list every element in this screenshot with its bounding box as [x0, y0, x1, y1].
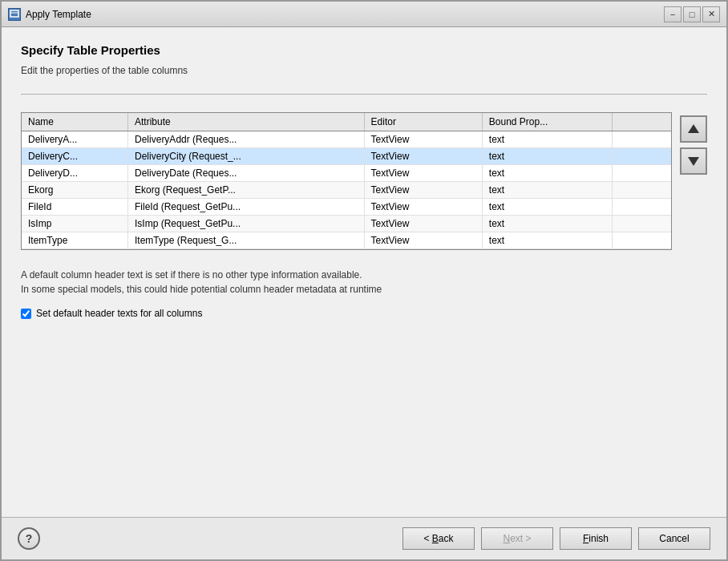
table-row[interactable]: DeliveryC... DeliveryCity (Request_... T… [22, 148, 671, 165]
cell-attribute: ItemType (Request_G... [128, 232, 365, 249]
svg-marker-2 [688, 124, 699, 133]
table-row[interactable]: DeliveryD... DeliveryDate (Reques... Tex… [22, 165, 671, 182]
col-header-attribute: Attribute [128, 113, 365, 131]
cell-attribute: DeliveryDate (Reques... [128, 165, 365, 182]
cell-editor: TextView [364, 216, 482, 232]
content-area: Specify Table Properties Edit the proper… [2, 27, 726, 517]
cell-bound: text [482, 216, 612, 232]
move-up-button[interactable] [680, 115, 707, 143]
close-button[interactable]: ✕ [702, 6, 720, 22]
cell-bound: text [482, 148, 612, 165]
cell-extra [612, 148, 671, 165]
svg-rect-0 [10, 10, 18, 17]
title-controls: − □ ✕ [664, 6, 720, 22]
cell-name: DeliveryA... [22, 131, 128, 148]
col-header-extra [612, 113, 671, 131]
table-container: Name Attribute Editor Bound Prop... Deli… [21, 112, 672, 250]
cell-bound: text [482, 232, 612, 249]
window-title: Apply Template [26, 9, 91, 20]
cell-editor: TextView [364, 165, 482, 182]
table-row[interactable]: DeliveryA... DeliveryAddr (Reques... Tex… [22, 131, 671, 148]
table-row[interactable]: FileId FileId (Request_GetPu... TextView… [22, 199, 671, 216]
footer-buttons: < Back Next > Finish Cancel [402, 527, 710, 550]
help-button[interactable]: ? [18, 527, 40, 550]
cell-attribute: IsImp (Request_GetPu... [128, 216, 365, 232]
info-line1: A default column header text is set if t… [21, 268, 707, 282]
table-row[interactable]: IsImp IsImp (Request_GetPu... TextView t… [22, 216, 671, 232]
cell-extra [612, 165, 671, 182]
cell-attribute: FileId (Request_GetPu... [128, 199, 365, 216]
arrow-buttons [680, 112, 707, 175]
maximize-button[interactable]: □ [683, 6, 701, 22]
info-text: A default column header text is set if t… [21, 268, 707, 297]
cell-bound: text [482, 131, 612, 148]
cell-bound: text [482, 199, 612, 216]
cell-name: Ekorg [22, 182, 128, 199]
title-bar-left: Apply Template [8, 8, 91, 21]
col-header-bound: Bound Prop... [482, 113, 612, 131]
cell-editor: TextView [364, 199, 482, 216]
page-title: Specify Table Properties [21, 43, 707, 57]
cell-attribute: DeliveryCity (Request_... [128, 148, 365, 165]
cancel-label: Cancel [659, 533, 689, 544]
cell-name: IsImp [22, 216, 128, 232]
cell-editor: TextView [364, 182, 482, 199]
table-row[interactable]: Ekorg Ekorg (Request_GetP... TextView te… [22, 182, 671, 199]
window-icon [8, 8, 21, 21]
table-area: Name Attribute Editor Bound Prop... Deli… [21, 112, 707, 250]
title-bar: Apply Template − □ ✕ [2, 2, 726, 27]
finish-button[interactable]: Finish [560, 527, 632, 550]
checkbox-area: Set default header texts for all columns [21, 308, 707, 319]
cell-extra [612, 232, 671, 249]
cell-name: DeliveryC... [22, 148, 128, 165]
apply-template-window: Apply Template − □ ✕ Specify Table Prope… [0, 0, 728, 561]
cell-attribute: Ekorg (Request_GetP... [128, 182, 365, 199]
cancel-button[interactable]: Cancel [638, 527, 710, 550]
cell-extra [612, 216, 671, 232]
back-button[interactable]: < Back [402, 527, 475, 550]
table-row[interactable]: ItemType ItemType (Request_G... TextView… [22, 232, 671, 249]
properties-table: Name Attribute Editor Bound Prop... Deli… [22, 113, 671, 249]
cell-editor: TextView [364, 148, 482, 165]
footer-left: ? [18, 527, 40, 550]
default-header-checkbox[interactable] [21, 309, 31, 319]
table-header-row: Name Attribute Editor Bound Prop... [22, 113, 671, 131]
page-subtitle: Edit the properties of the table columns [21, 65, 707, 76]
cell-extra [612, 199, 671, 216]
next-underline: N [503, 533, 510, 544]
cell-name: DeliveryD... [22, 165, 128, 182]
move-down-button[interactable] [680, 147, 707, 175]
cell-bound: text [482, 165, 612, 182]
cell-name: ItemType [22, 232, 128, 249]
back-underline: B [432, 533, 439, 544]
separator [21, 94, 707, 95]
cell-editor: TextView [364, 232, 482, 249]
cell-extra [612, 182, 671, 199]
col-header-name: Name [22, 113, 128, 131]
cell-bound: text [482, 182, 612, 199]
checkbox-label[interactable]: Set default header texts for all columns [36, 308, 202, 319]
next-button[interactable]: Next > [481, 527, 553, 550]
cell-extra [612, 131, 671, 148]
minimize-button[interactable]: − [664, 6, 681, 22]
svg-marker-3 [688, 157, 699, 166]
cell-name: FileId [22, 199, 128, 216]
finish-underline: F [583, 533, 588, 544]
cell-attribute: DeliveryAddr (Reques... [128, 131, 365, 148]
cell-editor: TextView [364, 131, 482, 148]
col-header-editor: Editor [364, 113, 482, 131]
info-line2: In some special models, this could hide … [21, 282, 707, 297]
footer: ? < Back Next > Finish Cancel [2, 517, 726, 559]
